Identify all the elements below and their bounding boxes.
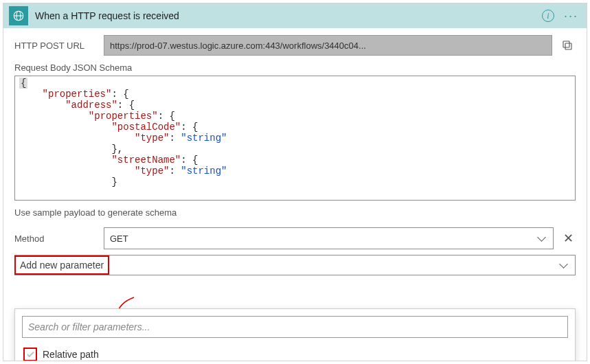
url-label: HTTP POST URL [14,41,97,51]
sample-payload-link[interactable]: Use sample payload to generate schema [14,207,576,218]
add-parameter-label: Add new parameter [14,255,109,275]
add-parameter-dropdown[interactable]: Add new parameter [14,255,576,275]
check-icon [27,350,34,357]
svg-rect-3 [565,43,571,49]
parameter-search-input[interactable] [22,316,568,338]
parameter-option-relative-path[interactable]: Relative path [22,348,568,361]
relative-path-label: Relative path [43,349,99,360]
post-url-field[interactable]: https://prod-07.westus.logic.azure.com:4… [104,35,552,56]
trigger-header[interactable]: When a HTTP request is received i ··· [3,3,587,28]
info-icon[interactable]: i [542,10,554,22]
schema-label: Request Body JSON Schema [14,62,576,73]
http-trigger-icon [9,6,28,25]
method-label: Method [14,234,97,244]
schema-editor[interactable]: { "properties": { "address": { "properti… [14,76,576,201]
method-select[interactable]: GET [104,227,554,249]
parameter-dropdown-panel: Relative path [14,308,576,361]
method-value: GET [110,234,538,244]
more-menu-icon[interactable]: ··· [561,10,581,22]
chevron-down-icon [537,233,546,242]
svg-rect-4 [563,41,569,47]
chevron-down-icon [559,260,568,269]
copy-url-button[interactable] [559,39,576,52]
relative-path-checkbox[interactable] [23,348,37,361]
copy-icon [561,39,574,52]
trigger-title: When a HTTP request is received [35,10,535,21]
clear-method-button[interactable]: ✕ [560,231,576,246]
